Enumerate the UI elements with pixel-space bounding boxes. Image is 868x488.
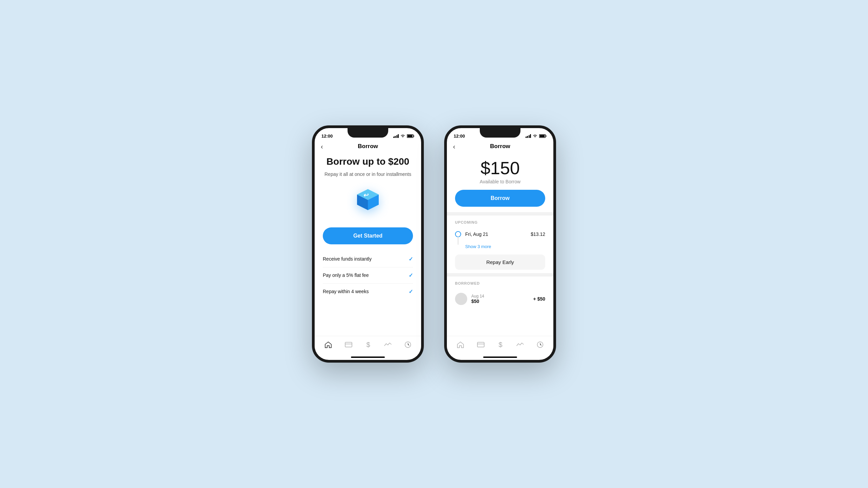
- nav-header-1: ‹ Borrow: [315, 140, 421, 152]
- status-icons-1: [393, 134, 415, 138]
- back-button-1[interactable]: ‹: [321, 143, 323, 150]
- dollar-tab-icon: $: [365, 341, 371, 348]
- tab-money-1[interactable]: $: [361, 340, 375, 350]
- feature-list: Receive funds instantly ✓ Pay only a 5% …: [323, 251, 413, 300]
- status-time-1: 12:00: [321, 134, 333, 139]
- tab-home-1[interactable]: [320, 340, 336, 349]
- feature-label-2: Repay within 4 weeks: [323, 289, 369, 294]
- home-indicator-2: [483, 357, 517, 358]
- repay-early-button[interactable]: Repay Early: [455, 255, 545, 270]
- tab-card-1[interactable]: [341, 340, 356, 349]
- section-divider-1: [447, 212, 553, 216]
- svg-rect-7: [345, 342, 352, 347]
- back-button-2[interactable]: ‹: [453, 143, 455, 150]
- check-icon-1: ✓: [409, 272, 413, 279]
- check-icon-0: ✓: [409, 256, 413, 262]
- feature-item-0: Receive funds instantly ✓: [323, 251, 413, 267]
- repay-early-section: Repay Early: [447, 252, 553, 273]
- show-more-button[interactable]: Show 3 more: [447, 241, 553, 252]
- tab-money-2[interactable]: $: [493, 340, 508, 350]
- hero-title: Borrow up to $200: [327, 156, 409, 167]
- upcoming-section-label: UPCOMING: [447, 216, 553, 227]
- tab-home-2[interactable]: [453, 340, 468, 349]
- tab-history-2[interactable]: [533, 340, 548, 349]
- feature-item-1: Pay only a 5% flat fee ✓: [323, 267, 413, 284]
- svg-rect-14: [477, 342, 484, 347]
- borrowed-section-label: BORROWED: [447, 277, 553, 288]
- check-icon-2: ✓: [409, 288, 413, 295]
- feature-label-0: Receive funds instantly: [323, 256, 372, 262]
- tab-activity-1[interactable]: [380, 340, 396, 349]
- notch-2: [480, 128, 520, 138]
- upcoming-amount: $13.12: [531, 231, 545, 237]
- borrowed-amount-value: + $50: [533, 296, 545, 302]
- borrow-button[interactable]: Borrow: [455, 190, 545, 207]
- home-tab-icon-2: [457, 341, 464, 348]
- phone-1: 12:00 ‹ Borrow Borrow up to $200 Repay i…: [312, 125, 424, 363]
- battery-icon-2: [539, 134, 547, 138]
- svg-rect-2: [414, 135, 414, 137]
- signal-icon: [393, 134, 399, 138]
- nav-header-2: ‹ Borrow: [447, 140, 553, 152]
- tab-card-2[interactable]: [473, 340, 489, 349]
- card-tab-icon: [345, 342, 352, 348]
- status-icons-2: [526, 134, 547, 138]
- svg-rect-13: [546, 135, 547, 137]
- borrowed-avatar: [455, 293, 467, 305]
- amount-label: Available to Borrow: [480, 179, 520, 184]
- feature-item-2: Repay within 4 weeks ✓: [323, 284, 413, 300]
- borrow-icon-svg: ↩: [351, 185, 385, 219]
- signal-icon-2: [526, 134, 531, 138]
- tab-bar-2: $: [447, 336, 553, 357]
- borrowed-name: $50: [471, 299, 529, 304]
- upcoming-date: Fri, Aug 21: [465, 231, 527, 237]
- feature-label-1: Pay only a 5% flat fee: [323, 272, 369, 278]
- section-divider-2: [447, 273, 553, 277]
- activity-tab-icon: [384, 342, 392, 348]
- status-time-2: 12:00: [454, 134, 465, 139]
- wifi-icon: [400, 134, 405, 138]
- svg-rect-1: [408, 135, 413, 137]
- home-indicator-1: [351, 357, 385, 358]
- notch: [348, 128, 388, 138]
- tab-bar-1: $: [315, 336, 421, 357]
- phone1-content: Borrow up to $200 Repay it all at once o…: [315, 152, 421, 336]
- hero-subtitle: Repay it all at once or in four installm…: [324, 171, 411, 178]
- borrowed-info: Aug 14 $50: [471, 294, 529, 304]
- borrowed-item-0: Aug 14 $50 + $50: [447, 288, 553, 310]
- tab-history-1[interactable]: [400, 340, 415, 349]
- card-tab-icon-2: [477, 342, 485, 348]
- amount-section: $150 Available to Borrow: [447, 152, 553, 190]
- upcoming-item-0: Fri, Aug 21 $13.12: [447, 227, 553, 241]
- upcoming-circle-indicator: [455, 231, 461, 237]
- home-tab-icon: [324, 341, 332, 348]
- svg-text:$: $: [366, 341, 370, 348]
- svg-rect-12: [540, 135, 545, 137]
- borrow-icon-wrap: ↩: [349, 183, 387, 221]
- clock-tab-icon-2: [537, 341, 544, 348]
- nav-title-1: Borrow: [358, 143, 378, 150]
- borrow-button-wrap: Borrow: [447, 190, 553, 212]
- wifi-icon-2: [533, 134, 537, 138]
- tab-activity-2[interactable]: [512, 340, 528, 349]
- svg-text:$: $: [498, 341, 502, 348]
- battery-icon: [407, 134, 414, 138]
- nav-title-2: Borrow: [490, 143, 510, 150]
- clock-tab-icon: [405, 341, 411, 348]
- amount-value: $150: [480, 159, 520, 177]
- phone-2: 12:00 ‹ Borrow $150 Available to Borrow: [444, 125, 556, 363]
- activity-tab-icon-2: [516, 342, 524, 348]
- get-started-button[interactable]: Get Started: [323, 227, 413, 244]
- dollar-tab-icon-2: $: [497, 341, 504, 348]
- borrowed-date: Aug 14: [471, 294, 529, 299]
